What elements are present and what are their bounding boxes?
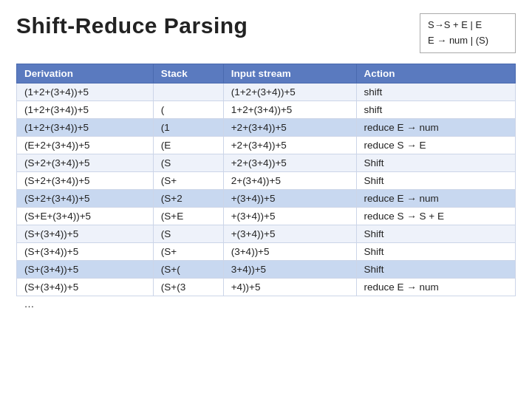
grammar-line1: S→S + E | E xyxy=(428,18,508,33)
cell-action: reduce S → E xyxy=(356,136,515,154)
table-row: (1+2+(3+4))+5(1+2+(3+4))+5shift xyxy=(17,100,516,118)
cell-stack: (S+ xyxy=(153,242,223,260)
cell-stack: (S+ xyxy=(153,171,223,189)
cell-input: +2+(3+4))+5 xyxy=(223,118,356,136)
cell-stack: (E xyxy=(153,136,223,154)
cell-action: Shift xyxy=(356,242,515,260)
cell-stack: (S+E xyxy=(153,207,223,225)
cell-derivation: (S+2+(3+4))+5 xyxy=(17,154,154,171)
cell-input: 2+(3+4))+5 xyxy=(223,171,356,189)
cell-derivation: (1+2+(3+4))+5 xyxy=(17,118,154,136)
cell-stack: (S xyxy=(153,154,223,171)
table-row: (S+(3+4))+5(S+(3+4))+5Shift xyxy=(17,260,516,278)
ellipsis-row: … xyxy=(17,296,516,311)
table-row: (S+(3+4))+5(S+(3+4))+5Shift xyxy=(17,242,516,260)
cell-input: 1+2+(3+4))+5 xyxy=(223,100,356,118)
cell-derivation: (S+2+(3+4))+5 xyxy=(17,189,154,207)
ellipsis-cell: … xyxy=(17,296,516,311)
parsing-table: Derivation Stack Input stream Action (1+… xyxy=(16,64,516,311)
cell-stack: (S+2 xyxy=(153,189,223,207)
cell-action: reduce E → num xyxy=(356,278,515,296)
cell-action: shift xyxy=(356,83,515,100)
cell-derivation: (S+E+(3+4))+5 xyxy=(17,207,154,225)
cell-derivation: (E+2+(3+4))+5 xyxy=(17,136,154,154)
cell-stack: (S xyxy=(153,225,223,242)
cell-derivation: (1+2+(3+4))+5 xyxy=(17,100,154,118)
col-header-stack: Stack xyxy=(153,64,223,83)
page-title: Shift-Reduce Parsing xyxy=(16,13,248,38)
cell-stack: ( xyxy=(153,100,223,118)
cell-stack: (1 xyxy=(153,118,223,136)
cell-input: +(3+4))+5 xyxy=(223,189,356,207)
table-row: (E+2+(3+4))+5(E+2+(3+4))+5reduce S → E xyxy=(17,136,516,154)
cell-derivation: (1+2+(3+4))+5 xyxy=(17,83,154,100)
table-row: (S+2+(3+4))+5(S+2+(3+4))+5Shift xyxy=(17,171,516,189)
table-header-row: Derivation Stack Input stream Action xyxy=(17,64,516,83)
col-header-input: Input stream xyxy=(223,64,356,83)
table-row: (S+2+(3+4))+5(S+2+(3+4))+5Shift xyxy=(17,154,516,171)
cell-action: reduce E → num xyxy=(356,189,515,207)
table-row: (1+2+(3+4))+5(1+2+(3+4))+5shift xyxy=(17,83,516,100)
table-row: (S+2+(3+4))+5(S+2+(3+4))+5reduce E → num xyxy=(17,189,516,207)
cell-input: (3+4))+5 xyxy=(223,242,356,260)
col-header-action: Action xyxy=(356,64,515,83)
cell-input: +(3+4))+5 xyxy=(223,207,356,225)
cell-derivation: (S+2+(3+4))+5 xyxy=(17,171,154,189)
cell-action: Shift xyxy=(356,260,515,278)
cell-input: 3+4))+5 xyxy=(223,260,356,278)
cell-input: +(3+4))+5 xyxy=(223,225,356,242)
table-row: (S+E+(3+4))+5(S+E+(3+4))+5reduce S → S +… xyxy=(17,207,516,225)
cell-stack: (S+(3 xyxy=(153,278,223,296)
table-row: (1+2+(3+4))+5(1+2+(3+4))+5reduce E → num xyxy=(17,118,516,136)
cell-action: reduce S → S + E xyxy=(356,207,515,225)
cell-action: shift xyxy=(356,100,515,118)
cell-input: +2+(3+4))+5 xyxy=(223,154,356,171)
table-row: (S+(3+4))+5(S+(3+4))+5reduce E → num xyxy=(17,278,516,296)
cell-stack: (S+( xyxy=(153,260,223,278)
cell-input: +2+(3+4))+5 xyxy=(223,136,356,154)
header-row: Shift-Reduce Parsing S→S + E | E E → num… xyxy=(16,13,516,53)
col-header-derivation: Derivation xyxy=(17,64,154,83)
cell-stack xyxy=(153,83,223,100)
cell-action: Shift xyxy=(356,225,515,242)
cell-derivation: (S+(3+4))+5 xyxy=(17,278,154,296)
cell-input: (1+2+(3+4))+5 xyxy=(223,83,356,100)
cell-action: reduce E → num xyxy=(356,118,515,136)
cell-derivation: (S+(3+4))+5 xyxy=(17,242,154,260)
cell-action: Shift xyxy=(356,171,515,189)
cell-action: Shift xyxy=(356,154,515,171)
grammar-line2: E → num | (S) xyxy=(428,33,508,49)
grammar-box: S→S + E | E E → num | (S) xyxy=(420,13,516,53)
table-row: (S+(3+4))+5(S+(3+4))+5Shift xyxy=(17,225,516,242)
cell-derivation: (S+(3+4))+5 xyxy=(17,260,154,278)
cell-derivation: (S+(3+4))+5 xyxy=(17,225,154,242)
page: Shift-Reduce Parsing S→S + E | E E → num… xyxy=(0,0,532,399)
cell-input: +4))+5 xyxy=(223,278,356,296)
